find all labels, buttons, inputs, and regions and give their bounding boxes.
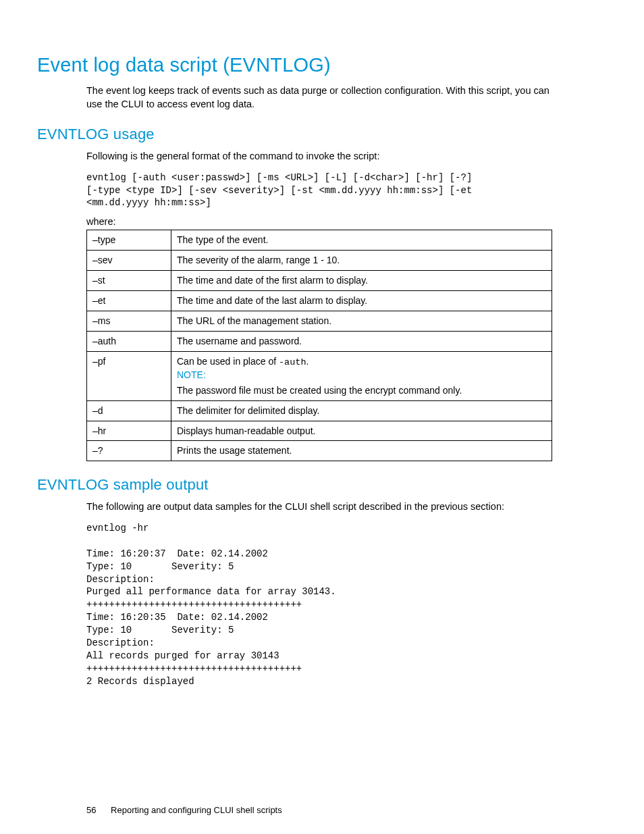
option-description: Prints the usage statement. [171, 441, 552, 461]
usage-intro: Following is the general format of the c… [37, 150, 556, 163]
page-footer: 56 Reporting and configuring CLUI shell … [86, 805, 282, 815]
table-row: –msThe URL of the management station. [87, 311, 552, 331]
option-flag: –? [87, 441, 171, 461]
where-label: where: [37, 216, 556, 227]
option-flag: –et [87, 291, 171, 311]
table-row: –sevThe severity of the alarm, range 1 -… [87, 251, 552, 271]
option-description: The severity of the alarm, range 1 - 10. [171, 251, 552, 271]
option-description: The delimiter for delimited display. [171, 400, 552, 421]
option-flag: –d [87, 400, 171, 421]
table-row: –pfCan be used in place of -auth.NOTE:Th… [87, 351, 552, 400]
table-row: –etThe time and date of the last alarm t… [87, 291, 552, 311]
option-flag: –auth [87, 331, 171, 351]
option-flag: –type [87, 230, 171, 251]
option-description: Can be used in place of -auth.NOTE:The p… [171, 351, 552, 400]
option-flag: –sev [87, 251, 171, 271]
options-table: –typeThe type of the event.–sevThe sever… [86, 230, 552, 461]
option-flag: –ms [87, 311, 171, 331]
option-flag: –hr [87, 421, 171, 441]
table-row: –typeThe type of the event. [87, 230, 552, 251]
table-row: –dThe delimiter for delimited display. [87, 400, 552, 421]
usage-heading: EVNTLOG usage [37, 126, 556, 143]
page-title: Event log data script (EVNTLOG) [37, 54, 556, 76]
option-description: Displays human-readable output. [171, 421, 552, 441]
sample-code-block: evntlog -hr Time: 16:20:37 Date: 02.14.2… [37, 522, 556, 688]
table-row: –authThe username and password. [87, 331, 552, 351]
sample-heading: EVNTLOG sample output [37, 476, 556, 494]
note-label: NOTE: [177, 369, 546, 382]
table-row: –?Prints the usage statement. [87, 441, 552, 461]
note-text: The password file must be created using … [177, 384, 546, 397]
option-description: The time and date of the first alarm to … [171, 271, 552, 291]
usage-code-block: evntlog [-auth <user:passwd>] [-ms <URL>… [37, 172, 556, 210]
intro-paragraph: The event log keeps track of events such… [37, 84, 556, 111]
sample-intro: The following are output data samples fo… [37, 500, 556, 514]
page-number: 56 [86, 805, 96, 815]
option-description: The type of the event. [171, 230, 552, 251]
option-description: The URL of the management station. [171, 311, 552, 331]
page-content: Event log data script (EVNTLOG) The even… [0, 0, 644, 688]
table-row: –hrDisplays human-readable output. [87, 421, 552, 441]
option-description: The username and password. [171, 331, 552, 351]
table-row: –stThe time and date of the first alarm … [87, 271, 552, 291]
option-flag: –pf [87, 351, 171, 400]
footer-section: Reporting and configuring CLUI shell scr… [111, 805, 282, 815]
option-flag: –st [87, 271, 171, 291]
option-description: The time and date of the last alarm to d… [171, 291, 552, 311]
